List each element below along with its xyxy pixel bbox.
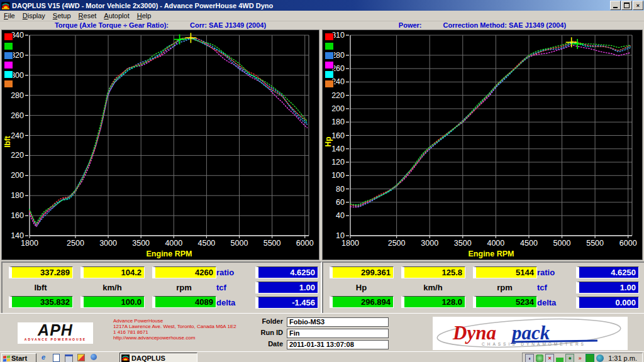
- media-icon[interactable]: [89, 353, 98, 361]
- messenger-icon[interactable]: [536, 354, 543, 362]
- address-line-2: 1217A Lawrence Ave. West, Toronto, Canad…: [113, 324, 236, 329]
- footer-bar: APH ADVANCE POWERHOUSE Advance PowerHous…: [0, 313, 644, 352]
- svg-text:3000: 3000: [99, 239, 117, 248]
- power-run-trace-5: [350, 42, 630, 206]
- system-tray: ◖ × ● » 1:31 p.m.: [522, 353, 643, 362]
- power-plot-svg: 3102802602402202001801601401201008060401…: [323, 30, 642, 260]
- arrows-icon[interactable]: »: [576, 354, 584, 362]
- svg-text:260: 260: [11, 111, 24, 120]
- paint-icon[interactable]: [77, 353, 86, 361]
- run-color-swatch-3: [325, 52, 334, 60]
- svg-text:5000: 5000: [553, 239, 571, 248]
- unit-label-rpm: rpm: [473, 283, 536, 292]
- menu-bar: FileDisplaySetupResetAutoplotHelp: [0, 11, 644, 21]
- power-run-legend: [325, 33, 334, 89]
- cursor-value-rpm: 4260: [152, 266, 216, 278]
- svg-text:60: 60: [336, 198, 345, 207]
- unit-label-km/h: km/h: [401, 283, 465, 292]
- svg-text:3000: 3000: [421, 239, 438, 248]
- window-title: DAQPLUS V15 (4WD - Motor Vehicle 2x3000)…: [12, 2, 610, 9]
- svg-text:6000: 6000: [296, 239, 314, 248]
- torque-plot-area[interactable]: 3403203002802602402202001801601401800250…: [1, 30, 319, 260]
- svg-text:200: 200: [331, 104, 345, 113]
- vpn-icon[interactable]: [586, 354, 594, 362]
- menu-item-reset[interactable]: Reset: [75, 11, 101, 20]
- power-chart-panel: Power: Correction Method: SAE J1349 (200…: [322, 21, 643, 260]
- svg-text:40: 40: [336, 211, 345, 220]
- network-offline-icon[interactable]: ×: [545, 354, 554, 362]
- peak-value-lbft: 335.832: [9, 296, 73, 308]
- svg-text:2500: 2500: [67, 239, 84, 248]
- taskbar: Start e DAQPLUS ◖ × ● »: [0, 351, 644, 362]
- run-color-swatch-1: [325, 33, 334, 41]
- document-icon[interactable]: [52, 353, 60, 361]
- svg-text:lbft: lbft: [3, 136, 12, 148]
- run-color-swatch-2: [325, 42, 334, 50]
- run-color-swatch-6: [4, 80, 13, 88]
- side-value-ratio: 4.6250: [255, 266, 318, 278]
- window-icon[interactable]: [64, 353, 73, 361]
- power-plot-area[interactable]: 3102802602402202001801601401201008060401…: [322, 30, 643, 260]
- unit-label-km/h: km/h: [80, 283, 144, 292]
- svg-text:140: 140: [331, 145, 345, 153]
- torque-plot-svg: 3403203002802602402202001801601401800250…: [2, 30, 319, 260]
- svg-text:240: 240: [11, 131, 24, 140]
- field-input-folder[interactable]: Fobio-MS3: [287, 317, 389, 327]
- side-label-ratio: ratio: [216, 268, 234, 277]
- start-button-label: Start: [11, 354, 27, 362]
- dynapack-word1: Dyna: [452, 322, 496, 344]
- torque-readout-panel: 337.289104.24260lbftkm/hrpm335.832100.04…: [1, 261, 322, 315]
- svg-text:5500: 5500: [586, 239, 604, 248]
- start-button[interactable]: Start: [1, 353, 36, 362]
- side-value-tcf: 1.00: [576, 282, 639, 293]
- menu-item-display[interactable]: Display: [19, 11, 49, 20]
- app-status-icon[interactable]: [596, 354, 604, 362]
- svg-text:3500: 3500: [132, 239, 150, 248]
- volume-icon[interactable]: ◖: [525, 354, 534, 362]
- side-label-tcf: tcf: [537, 283, 547, 292]
- side-value-tcf: 1.00: [255, 282, 318, 293]
- daqplus-app-icon: [1, 1, 10, 9]
- svg-text:Engine RPM: Engine RPM: [147, 250, 192, 258]
- cursor-value-km/h: 125.8: [401, 266, 465, 278]
- power-run-trace-4: [350, 45, 630, 207]
- power-readout-panel: 299.361125.85144Hpkm/hrpm296.894128.0523…: [322, 261, 644, 315]
- field-input-run-id[interactable]: Fin: [287, 329, 389, 338]
- svg-text:1800: 1800: [341, 239, 359, 248]
- menu-item-help[interactable]: Help: [133, 11, 155, 20]
- shop-address: Advance PowerHouse1217A Lawrence Ave. We…: [113, 318, 236, 341]
- device-safety-icon[interactable]: ●: [565, 354, 574, 362]
- svg-text:6000: 6000: [619, 239, 637, 248]
- taskbar-daqplus-button[interactable]: DAQPLUS: [119, 353, 197, 362]
- peak-value-Hp: 296.894: [330, 296, 394, 308]
- close-button[interactable]: ×: [633, 1, 643, 10]
- svg-text:280: 280: [11, 91, 24, 100]
- daqplus-task-icon: [121, 354, 130, 362]
- menu-item-file[interactable]: File: [0, 11, 19, 20]
- minimize-button[interactable]: [610, 1, 621, 10]
- svg-text:1800: 1800: [21, 239, 38, 248]
- menu-item-autoplot[interactable]: Autoplot: [100, 11, 133, 20]
- run-color-swatch-1: [4, 33, 13, 41]
- svg-text:4000: 4000: [165, 239, 182, 248]
- svg-text:220: 220: [331, 91, 345, 100]
- peak-value-rpm: 4089: [152, 296, 216, 308]
- unit-label-Hp: Hp: [330, 283, 393, 292]
- svg-text:2500: 2500: [388, 239, 406, 248]
- side-label-delta: delta: [216, 298, 235, 307]
- signal-strength-icon[interactable]: [556, 354, 564, 362]
- dynapack-word2: pack: [510, 322, 550, 344]
- field-input-date[interactable]: 2011-01-31 13:07:08: [287, 340, 389, 349]
- side-label-delta: delta: [537, 298, 556, 307]
- restore-button[interactable]: [621, 1, 632, 10]
- cursor-value-km/h: 104.2: [80, 266, 145, 278]
- taskbar-clock[interactable]: 1:31 p.m.: [606, 354, 640, 362]
- svg-text:3500: 3500: [454, 239, 472, 248]
- menu-item-setup[interactable]: Setup: [49, 11, 75, 20]
- aph-logo-text: APH: [18, 322, 93, 337]
- address-line-1: Advance PowerHouse: [113, 318, 236, 324]
- svg-text:220: 220: [11, 151, 24, 160]
- unit-label-lbft: lbft: [9, 283, 72, 292]
- cursor-value-Hp: 299.361: [330, 266, 394, 278]
- internet-explorer-icon[interactable]: e: [39, 353, 48, 361]
